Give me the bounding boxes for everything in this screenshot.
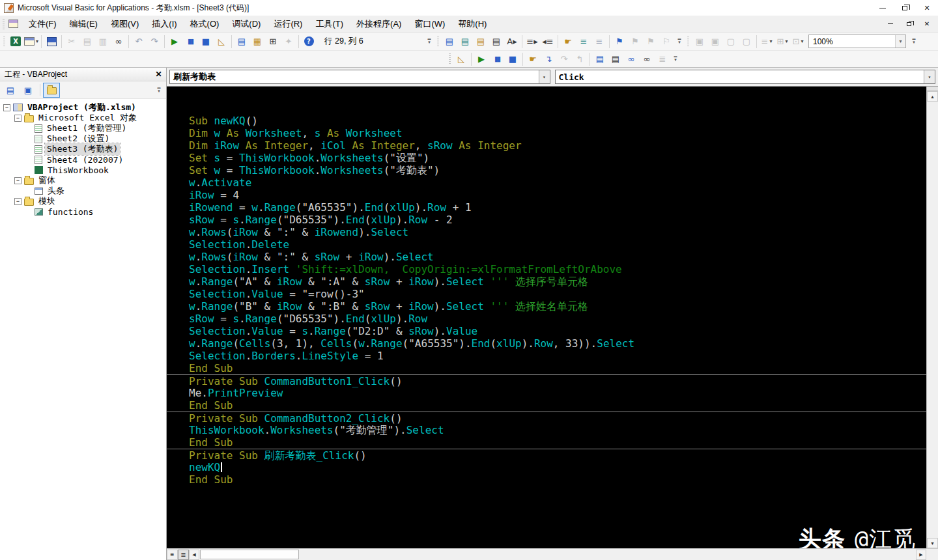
code-line[interactable]: w.Rows(iRow & ":" & iRowend).Select <box>189 226 926 238</box>
code-line[interactable]: iRow = 4 <box>189 189 926 201</box>
menu-item-run[interactable]: 运行(R) <box>267 16 309 32</box>
tree-item-sheet4[interactable]: Sheet4 (202007) <box>2 154 166 165</box>
tree-item-excel-objects-folder[interactable]: −Microsoft Excel 对象 <box>2 113 166 123</box>
toggle-folders-button[interactable] <box>43 83 60 98</box>
code-line[interactable]: Private Sub CommandButton1_Click() <box>167 374 926 387</box>
menu-item-debug[interactable]: 调试(D) <box>225 16 267 32</box>
toggle-breakpoint-button[interactable]: ☛ <box>560 34 576 49</box>
list-constants-button[interactable]: ▤ <box>457 34 473 49</box>
redo-button[interactable]: ↷ <box>147 34 162 49</box>
code-line[interactable]: Set w = ThisWorkbook.Worksheets("考勤表") <box>189 164 926 176</box>
object-dropdown[interactable]: 刷新考勤表 ▾ <box>169 70 550 84</box>
quick-watch-button[interactable]: ∞ <box>639 51 655 67</box>
code-line[interactable]: Selection.Delete <box>189 238 926 251</box>
immediate-window-button[interactable]: ▤ <box>608 51 623 67</box>
project-toolbar-overflow-button[interactable]: ▾ <box>155 87 163 94</box>
code-line[interactable]: w.Rows(iRow & ":" & sRow + iRow).Select <box>189 251 926 263</box>
menu-item-window[interactable]: 窗口(W) <box>408 16 451 32</box>
toolbar-overflow-button[interactable]: ▾ <box>675 38 683 45</box>
menu-item-view[interactable]: 视图(V) <box>104 16 145 32</box>
save-button[interactable] <box>44 34 59 49</box>
zoom-combo[interactable]: 100%▾ <box>808 35 906 48</box>
scroll-left-button[interactable]: ◀ <box>189 550 199 560</box>
toolbar-overflow-button[interactable]: ▾ <box>910 38 918 45</box>
toolbar-overflow-button[interactable]: ▾ <box>672 55 679 63</box>
complete-word-button[interactable]: A▸ <box>504 34 520 49</box>
find-button[interactable]: ∞ <box>111 34 126 49</box>
watch-window-button[interactable]: ∞ <box>623 51 639 67</box>
run-sub-button[interactable]: ▶ <box>167 34 182 49</box>
child-minimize-button[interactable] <box>886 20 895 29</box>
split-box[interactable] <box>927 87 938 91</box>
code-line[interactable]: newKQ <box>189 461 926 473</box>
chevron-down-icon[interactable]: ▾ <box>924 70 935 83</box>
menu-item-tools[interactable]: 工具(T) <box>309 16 350 32</box>
code-window-icon[interactable] <box>8 20 18 28</box>
menu-item-file[interactable]: 文件(F) <box>22 16 63 32</box>
insert-userform-button[interactable] <box>23 34 39 49</box>
vertical-scroll-track[interactable] <box>927 102 938 538</box>
code-line[interactable]: iRowend = w.Range("A65535").End(xlUp).Ro… <box>189 201 926 214</box>
expand-collapse-icon[interactable]: − <box>14 115 21 122</box>
close-button[interactable]: ✕ <box>916 0 938 16</box>
minimize-button[interactable] <box>872 0 894 16</box>
view-object-button[interactable]: ▣ <box>20 83 36 98</box>
toggle-bookmark-button[interactable]: ⚑ <box>612 34 627 49</box>
vertical-scrollbar[interactable]: ▲ ▼ <box>926 87 938 548</box>
code-line[interactable]: Selection.Value = s.Range("D2:D" & sRow)… <box>189 325 926 337</box>
locals-window-button[interactable]: ▤ <box>592 51 608 67</box>
procedure-view-button[interactable]: ≡ <box>167 550 178 560</box>
reset-button-2[interactable]: ■ <box>505 51 520 67</box>
run-button-2[interactable]: ▶ <box>474 51 489 67</box>
code-line[interactable]: Selection.Borders.LineStyle = 1 <box>189 350 926 362</box>
menu-item-format[interactable]: 格式(O) <box>184 16 226 32</box>
code-line[interactable]: Set s = ThisWorkbook.Worksheets("设置") <box>189 152 926 164</box>
view-code-button[interactable]: ▤ <box>2 83 19 98</box>
child-restore-button[interactable] <box>904 20 913 29</box>
reset-button[interactable]: ■ <box>198 34 214 49</box>
tree-item-form-toutiao[interactable]: 头条 <box>2 186 166 196</box>
child-close-button[interactable]: ✕ <box>922 20 931 29</box>
tree-item-modules-folder[interactable]: −模块 <box>2 196 166 206</box>
outdent-button[interactable]: ◂≡ <box>540 34 556 49</box>
chevron-down-icon[interactable]: ▾ <box>895 35 905 48</box>
quick-info-button[interactable]: ▤ <box>473 34 489 49</box>
code-line[interactable]: Me.PrintPreview <box>189 387 926 399</box>
toggle-breakpoint-button-2[interactable]: ☛ <box>525 51 541 67</box>
break-button[interactable]: ▮▮ <box>182 34 198 49</box>
tree-item-forms-folder[interactable]: −窗体 <box>2 175 166 186</box>
code-area[interactable]: Sub newKQ()Dim w As Worksheet, s As Work… <box>167 87 926 548</box>
comment-block-button[interactable]: ≡ <box>576 34 591 49</box>
code-line[interactable]: w.Range("A" & iRow & ":A" & sRow + iRow)… <box>189 275 926 288</box>
scroll-right-button[interactable]: ▶ <box>916 550 926 560</box>
project-explorer-button[interactable]: ▤ <box>234 34 249 49</box>
code-line[interactable]: w.Range("B" & iRow & ":B" & sRow + iRow)… <box>189 300 926 313</box>
code-line[interactable]: sRow = s.Range("D65535").End(xlUp).Row <box>189 313 926 325</box>
restore-button[interactable] <box>894 0 916 16</box>
parameter-info-button[interactable]: ▤ <box>489 34 504 49</box>
menu-item-edit[interactable]: 编辑(E) <box>63 16 104 32</box>
menu-item-insert[interactable]: 插入(I) <box>145 16 183 32</box>
tree-item-sheet3[interactable]: Sheet3 (考勤表) <box>2 144 166 154</box>
break-button-2[interactable]: ▮▮ <box>489 51 505 67</box>
toolbar-grip[interactable] <box>449 53 451 65</box>
step-into-button[interactable]: ↴ <box>541 51 556 67</box>
code-line[interactable]: Sub newKQ() <box>189 115 926 127</box>
code-line[interactable]: Private Sub 刷新考勤表_Click() <box>167 449 926 461</box>
full-module-view-button[interactable]: ≣ <box>178 550 189 560</box>
code-line[interactable]: ThisWorkbook.Worksheets("考勤管理").Select <box>189 424 926 436</box>
toolbar-overflow-button[interactable]: ▾ <box>425 38 433 45</box>
code-line[interactable]: Private Sub CommandButton2_Click() <box>167 412 926 424</box>
event-dropdown[interactable]: Click ▾ <box>555 70 936 84</box>
list-properties-button[interactable]: ▤ <box>442 34 457 49</box>
scroll-down-button[interactable]: ▼ <box>927 538 938 548</box>
design-mode-button[interactable]: ◺ <box>214 34 229 49</box>
menu-item-help[interactable]: 帮助(H) <box>451 16 493 32</box>
menu-item-addins[interactable]: 外接程序(A) <box>350 16 408 32</box>
code-line[interactable]: w.Activate <box>189 176 926 189</box>
scroll-up-button[interactable]: ▲ <box>927 91 938 102</box>
code-line[interactable]: Selection.Value = "=row()-3" <box>189 288 926 300</box>
toolbar-grip[interactable] <box>687 36 689 48</box>
uncomment-block-button[interactable]: ≡ <box>591 34 607 49</box>
toolbar-grip[interactable] <box>3 36 5 48</box>
